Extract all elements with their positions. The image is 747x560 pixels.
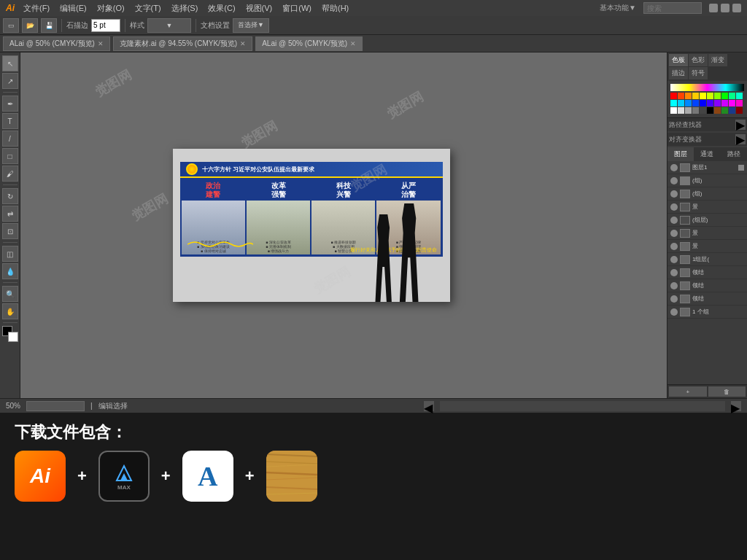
zoom-tool[interactable]: 🔍 [2, 286, 18, 302]
layer-8-eye[interactable] [670, 256, 678, 263]
color-cyan[interactable] [670, 100, 677, 106]
layer-7-eye[interactable] [670, 243, 678, 250]
gradient-bar[interactable] [670, 84, 744, 91]
color-brown[interactable] [714, 107, 721, 114]
menu-edit[interactable]: 编辑(E) [55, 1, 91, 15]
color-medium-gray[interactable] [685, 107, 692, 114]
maximize-button[interactable] [721, 4, 729, 12]
symbol-tab[interactable]: 符号 [689, 67, 708, 79]
stroke-input[interactable] [91, 19, 120, 32]
pen-tool[interactable]: ✒ [2, 96, 18, 112]
scroll-right-button[interactable]: ▶ [731, 401, 741, 411]
layer-10-eye[interactable] [670, 282, 678, 289]
layer-item-12[interactable]: 1 个组 [667, 306, 747, 319]
color-yellow-orange[interactable] [692, 93, 699, 99]
color-purple[interactable] [714, 100, 721, 106]
color-blue-light[interactable] [685, 100, 692, 106]
save-button[interactable]: 💾 [41, 18, 57, 33]
layer-2-eye[interactable] [670, 177, 678, 184]
delete-layer-button[interactable]: 🗑 [708, 386, 746, 397]
layer-3-eye[interactable] [670, 190, 678, 198]
layer-item-9[interactable]: 领结 [667, 266, 747, 279]
type-tool[interactable]: T [2, 113, 18, 129]
color-green-yellow[interactable] [714, 93, 721, 99]
color-swatch[interactable] [2, 326, 18, 342]
color-forest-green[interactable] [721, 107, 728, 114]
layer-item-3[interactable]: (组) [667, 187, 747, 201]
scale-tool[interactable]: ⊡ [2, 223, 18, 239]
tab-3[interactable]: ALai @ 50% (CMYK/预览) ✕ [255, 36, 363, 51]
menu-select[interactable]: 选择(S) [167, 1, 203, 15]
layer-item-7[interactable]: 景 [667, 240, 747, 253]
color-tab[interactable]: 色板 [669, 54, 688, 66]
add-layer-button[interactable]: + [669, 386, 707, 397]
menu-file[interactable]: 文件(F) [19, 1, 54, 15]
color-orange-red[interactable] [678, 93, 684, 99]
paths-tab[interactable]: 路径 [721, 147, 747, 161]
background-color[interactable] [8, 332, 18, 342]
layer-item-10[interactable]: 领结 [667, 279, 747, 292]
color-magenta[interactable] [729, 100, 735, 106]
channels-tab[interactable]: 通道 [694, 147, 720, 161]
stroke-tab[interactable]: 描边 [669, 67, 688, 79]
tab-3-close[interactable]: ✕ [350, 40, 356, 47]
gradient-tab[interactable]: 渐变 [708, 54, 727, 66]
color-orange[interactable] [685, 93, 692, 99]
color-navy[interactable] [729, 107, 735, 114]
layer-item-1[interactable]: 图层1 [667, 161, 747, 174]
canvas-area[interactable]: 觉图网 觉图网 觉图网 觉图网 觉图网 觉图网 十六字方针 习近平对公安队伍提出… [20, 52, 667, 398]
layer-6-eye[interactable] [670, 230, 678, 237]
menu-text[interactable]: 文字(T) [131, 1, 166, 15]
max-icon[interactable]: MAX [98, 451, 150, 502]
zoom-slider[interactable] [26, 401, 85, 411]
paintbrush-tool[interactable]: 🖌 [2, 166, 18, 182]
eyedropper-tool[interactable]: 💧 [2, 263, 18, 279]
color-black[interactable] [707, 107, 713, 114]
color-maroon[interactable] [736, 107, 743, 114]
color-violet[interactable] [707, 100, 713, 106]
color-teal[interactable] [736, 93, 743, 99]
color-blue[interactable] [692, 100, 699, 106]
color-yellow-green[interactable] [707, 93, 713, 99]
layer-9-eye[interactable] [670, 269, 678, 276]
close-button[interactable] [732, 4, 741, 12]
open-button[interactable]: 📂 [22, 18, 38, 33]
ai-icon[interactable]: Ai [15, 451, 66, 502]
font-icon[interactable]: A [182, 451, 233, 502]
layers-tab[interactable]: 图层 [667, 147, 694, 161]
menu-help[interactable]: 帮助(H) [317, 1, 353, 15]
gradient-tool[interactable]: ◫ [2, 246, 18, 262]
color-dark-gray[interactable] [700, 107, 706, 114]
line-tool[interactable]: / [2, 131, 18, 147]
reflect-tool[interactable]: ⇄ [2, 206, 18, 222]
color-red[interactable] [670, 93, 677, 99]
layer-item-2[interactable]: (组) [667, 174, 747, 187]
swatches-tab[interactable]: 色彩 [689, 54, 708, 66]
tab-2-close[interactable]: ✕ [240, 40, 246, 47]
horizontal-scrollbar[interactable] [440, 401, 725, 411]
color-yellow[interactable] [700, 93, 706, 99]
layer-11-eye[interactable] [670, 295, 678, 303]
style-dropdown[interactable]: ▼ [147, 18, 191, 33]
layer-item-11[interactable]: 领结 [667, 292, 747, 306]
layer-item-6[interactable]: 景 [667, 227, 747, 240]
layer-5-eye[interactable] [670, 217, 678, 224]
menu-effect[interactable]: 效果(C) [204, 1, 239, 15]
select-tool[interactable]: ↖ [2, 55, 18, 71]
new-button[interactable]: ▭ [3, 18, 19, 33]
color-green[interactable] [721, 93, 728, 99]
color-blue-dark[interactable] [700, 100, 706, 106]
rotate-tool[interactable]: ↻ [2, 188, 18, 204]
color-white[interactable] [670, 107, 677, 114]
tab-1-close[interactable]: ✕ [98, 40, 104, 47]
menu-object[interactable]: 对象(O) [93, 1, 129, 15]
layer-1-lock[interactable] [738, 165, 744, 171]
hand-tool[interactable]: ✋ [2, 303, 18, 319]
color-light-gray[interactable] [678, 107, 684, 114]
first-select-btn[interactable]: 首选择▼ [233, 18, 269, 33]
minimize-button[interactable] [709, 4, 718, 12]
color-green-teal[interactable] [729, 93, 735, 99]
menu-view[interactable]: 视图(V) [241, 1, 277, 15]
direct-select-tool[interactable]: ↗ [2, 73, 18, 89]
rect-tool[interactable]: □ [2, 148, 18, 164]
